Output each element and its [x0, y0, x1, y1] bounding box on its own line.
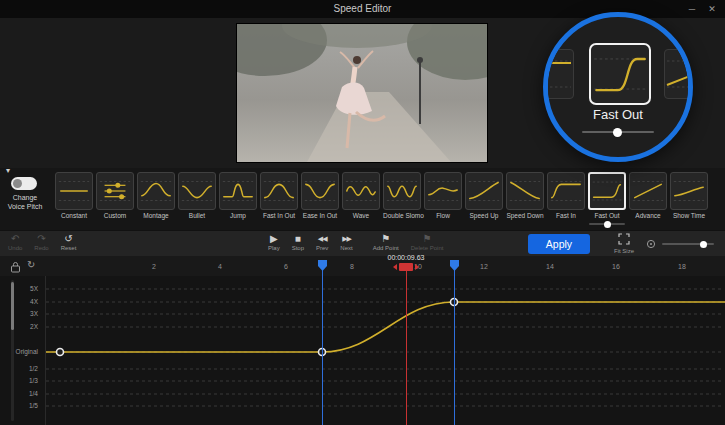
preset-fast-in[interactable]: Fast In: [547, 172, 585, 219]
preset-thumbnail[interactable]: [629, 172, 667, 210]
preset-thumbnail[interactable]: [670, 172, 708, 210]
zoom-callout-slider-handle: [613, 128, 622, 137]
preset-thumbnail[interactable]: [506, 172, 544, 210]
fit-size-icon: [618, 233, 630, 247]
preset-thumbnail[interactable]: [260, 172, 298, 210]
prev-icon: ◀◀: [318, 233, 327, 244]
preset-label: Show Time: [670, 212, 708, 219]
preset-montage[interactable]: Montage: [137, 172, 175, 219]
current-time: 00:00:09.63: [374, 254, 438, 261]
preset-label: Double Slomo: [383, 212, 421, 219]
graph-zoom-track[interactable]: [662, 243, 714, 245]
preset-thumbnail[interactable]: [219, 172, 257, 210]
preset-ease-in-out[interactable]: Ease In Out: [301, 172, 339, 219]
preset-label: Montage: [137, 212, 175, 219]
video-frame: [237, 24, 487, 162]
lock-icon[interactable]: [10, 259, 21, 277]
apply-button[interactable]: Apply: [528, 234, 590, 254]
preset-jump[interactable]: Jump: [219, 172, 257, 219]
preset-thumbnail[interactable]: [55, 172, 93, 210]
preset-bullet[interactable]: Bullet: [178, 172, 216, 219]
preset-label: Speed Down: [506, 212, 544, 219]
ruler-tick: 4: [210, 263, 230, 270]
preset-wave[interactable]: Wave: [342, 172, 380, 219]
undo-button[interactable]: ↶Undo: [8, 233, 22, 251]
delete-point-icon: ⚑: [423, 233, 432, 244]
add-point-icon: ⚑: [381, 233, 390, 244]
graph-zoom-control[interactable]: [646, 239, 714, 249]
preset-label: Custom: [96, 212, 134, 219]
preset-label: Fast Out: [588, 212, 626, 219]
preset-intensity-slider[interactable]: [589, 223, 625, 225]
preset-custom[interactable]: Custom: [96, 172, 134, 219]
preset-label: Fast In: [547, 212, 585, 219]
preset-thumbnail[interactable]: [301, 172, 339, 210]
video-preview: [237, 24, 487, 162]
reset-button[interactable]: ↺Reset: [61, 233, 77, 251]
preset-thumbnail[interactable]: [137, 172, 175, 210]
preset-strip: ConstantCustomMontageBulletJumpFast In O…: [55, 172, 711, 219]
prev-button[interactable]: ◀◀Prev: [316, 233, 328, 251]
preset-flow[interactable]: Flow: [424, 172, 462, 219]
ruler-tick: 6: [276, 263, 296, 270]
next-button[interactable]: ▶▶Next: [340, 233, 352, 251]
preset-label: Fast In Out: [260, 212, 298, 219]
preset-intensity-handle[interactable]: [604, 221, 611, 228]
preset-thumbnail[interactable]: [383, 172, 421, 210]
preset-thumbnail[interactable]: [178, 172, 216, 210]
ruler-tick: 16: [606, 263, 626, 270]
minimize-button[interactable]: ─: [683, 0, 701, 18]
preset-label: Wave: [342, 212, 380, 219]
zoom-callout-label: Fast Out: [548, 107, 688, 122]
ruler-tick: 2: [144, 263, 164, 270]
history-group: ↶Undo ↷Redo ↺Reset: [8, 233, 76, 251]
delete-point-button[interactable]: ⚑Delete Point: [411, 233, 444, 251]
preset-fast-in-out[interactable]: Fast In Out: [260, 172, 298, 219]
ruler-tick: 18: [672, 263, 692, 270]
preset-label: Bullet: [178, 212, 216, 219]
preset-label: Constant: [55, 212, 93, 219]
preset-constant[interactable]: Constant: [55, 172, 93, 219]
preset-thumbnail[interactable]: [96, 172, 134, 210]
preset-label: Flow: [424, 212, 462, 219]
redo-icon: ↷: [37, 233, 45, 244]
next-icon: ▶▶: [342, 233, 351, 244]
stop-button[interactable]: ■Stop: [292, 233, 304, 251]
preset-speed-down[interactable]: Speed Down: [506, 172, 544, 219]
fit-size-button[interactable]: Fit Size: [614, 233, 634, 254]
voice-pitch-switch-knob: [13, 179, 22, 188]
preset-speed-up[interactable]: Speed Up: [465, 172, 503, 219]
zoom-callout-selected-tile: [589, 43, 651, 105]
ruler-tick: 12: [474, 263, 494, 270]
play-button[interactable]: ▶Play: [268, 233, 280, 251]
ruler-tick: 8: [342, 263, 362, 270]
speed-graph[interactable]: 5X4X3X2XOriginal1/21/31/41/5: [0, 276, 725, 425]
preset-thumbnail[interactable]: [465, 172, 503, 210]
preset-label: Speed Up: [465, 212, 503, 219]
preset-show-time[interactable]: Show Time: [670, 172, 708, 219]
graph-zoom-handle[interactable]: [700, 241, 707, 248]
speed-editor-window: Speed Editor ─ ✕: [0, 0, 725, 425]
preset-fast-out[interactable]: Fast Out: [588, 172, 626, 219]
close-button[interactable]: ✕: [703, 0, 721, 18]
preset-double-slomo[interactable]: Double Slomo: [383, 172, 421, 219]
preset-thumbnail[interactable]: [547, 172, 585, 210]
preset-label: Advance: [629, 212, 667, 219]
add-point-button[interactable]: ⚑Add Point: [373, 233, 399, 251]
reset-icon: ↺: [64, 233, 72, 244]
zoom-callout-slider: [582, 131, 654, 133]
timeline-ruler[interactable]: ↻ 00:00:09.63 24681012141618: [0, 256, 725, 277]
preset-advance[interactable]: Advance: [629, 172, 667, 219]
preset-label: Ease In Out: [301, 212, 339, 219]
redo-button[interactable]: ↷Redo: [34, 233, 48, 251]
collapse-panel-icon[interactable]: ▾: [6, 166, 10, 175]
preset-thumbnail[interactable]: [342, 172, 380, 210]
play-icon: ▶: [270, 233, 278, 244]
reset-zoom-icon[interactable]: ↻: [27, 259, 35, 271]
zoom-callout: Fast Out: [543, 12, 693, 162]
preset-thumbnail[interactable]: [424, 172, 462, 210]
voice-pitch-switch[interactable]: [11, 177, 37, 190]
preset-thumbnail[interactable]: [588, 172, 626, 210]
undo-icon: ↶: [11, 233, 19, 244]
voice-pitch-label: Change Voice Pitch: [0, 193, 50, 211]
